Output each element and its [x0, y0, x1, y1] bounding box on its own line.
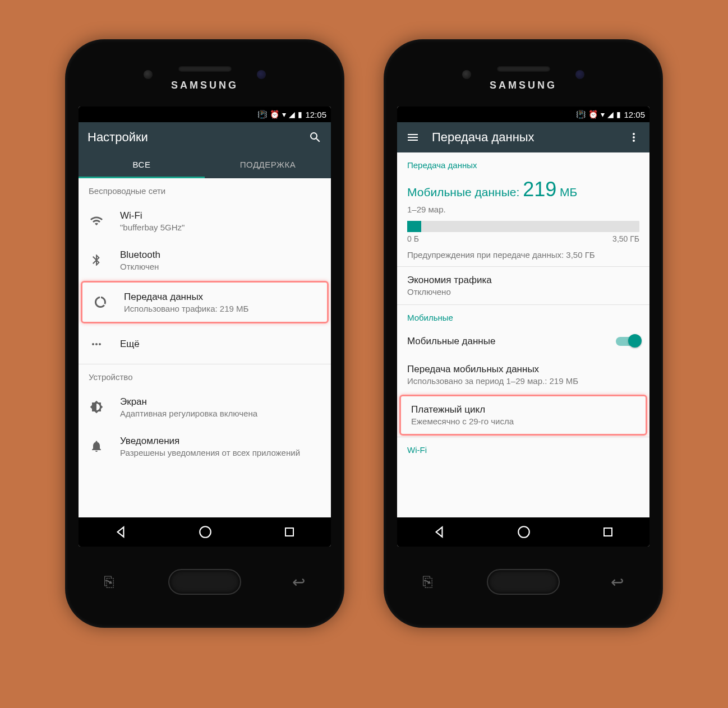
- section-device: Устройство: [79, 364, 331, 387]
- app-bar: Передача данных: [397, 122, 649, 152]
- row-mobile-usage[interactable]: Передача мобильных данных Использовано з…: [397, 356, 649, 394]
- phone-top: SAMSUNG: [395, 50, 652, 107]
- row-more[interactable]: Ещё: [79, 325, 331, 364]
- phone-right: SAMSUNG 📳 ⏰ ▾ ◢ ▮ 12:05 Передача данных …: [384, 39, 663, 628]
- nav-back-icon[interactable]: [432, 525, 446, 539]
- highlight-data-usage: Передача данных Использовано трафика: 21…: [81, 281, 329, 323]
- row-data-usage[interactable]: Передача данных Использовано трафика: 21…: [82, 283, 327, 322]
- wifi-label: Wi-Fi: [120, 210, 321, 221]
- data-saver-sub: Отключено: [407, 287, 639, 297]
- brand-label: SAMSUNG: [490, 80, 557, 91]
- camera-icon: [257, 70, 266, 79]
- tabs: ВСЕ ПОДДЕРЖКА: [79, 152, 331, 178]
- vibrate-icon: 📳: [257, 110, 267, 119]
- notifications-label: Уведомления: [120, 436, 321, 447]
- wifi-icon: ▾: [282, 110, 286, 119]
- mobile-data-label: Мобильные данные:: [407, 186, 523, 198]
- content-area[interactable]: Передача данных Мобильные данные: 219 МБ…: [397, 152, 649, 517]
- alarm-icon: ⏰: [270, 110, 279, 119]
- search-icon[interactable]: [308, 131, 322, 144]
- progress-max: 3,50 ГБ: [612, 234, 639, 243]
- svg-rect-1: [285, 528, 293, 536]
- overflow-icon[interactable]: [627, 131, 641, 144]
- screen: 📳 ⏰ ▾ ◢ ▮ 12:05 Настройки ВСЕ ПОДДЕРЖКА …: [79, 107, 331, 547]
- phone-bottom: ⎘ ↩: [395, 547, 652, 617]
- wifi-icon: ▾: [601, 110, 605, 119]
- data-warning: Предупреждения при передаче данных: 3,50…: [397, 246, 649, 266]
- notifications-sub: Разрешены уведомления от всех приложений: [120, 448, 321, 457]
- bluetooth-label: Bluetooth: [120, 249, 321, 261]
- row-billing-cycle[interactable]: Платежный цикл Ежемесячно с 29-го числа: [401, 396, 646, 434]
- display-sub: Адаптивная регулировка включена: [120, 409, 321, 418]
- signal-icon: ◢: [607, 110, 614, 119]
- row-data-saver[interactable]: Экономия трафика Отключено: [397, 267, 649, 304]
- nav-recent-icon[interactable]: [601, 525, 615, 539]
- content-area[interactable]: Беспроводные сети Wi-Fi "bufferbay 5GHz"…: [79, 178, 331, 517]
- display-icon: [89, 400, 104, 414]
- data-saver-label: Экономия трафика: [407, 275, 639, 286]
- recents-soft-icon[interactable]: ⎘: [423, 573, 432, 591]
- more-label: Ещё: [120, 339, 321, 350]
- row-mobile-toggle[interactable]: Мобильные данные: [397, 327, 649, 356]
- svg-point-0: [200, 526, 211, 538]
- row-display[interactable]: Экран Адаптивная регулировка включена: [79, 387, 331, 427]
- tab-all[interactable]: ВСЕ: [79, 152, 205, 178]
- billing-label: Платежный цикл: [411, 404, 635, 415]
- app-bar: Настройки: [79, 122, 331, 152]
- signal-icon: ◢: [289, 110, 295, 119]
- bluetooth-sub: Отключен: [120, 262, 321, 271]
- mobile-data-toggle[interactable]: [616, 337, 639, 346]
- mobile-usage-sub: Использовано за период 1–29 мар.: 219 МБ: [407, 376, 639, 386]
- phone-left: SAMSUNG 📳 ⏰ ▾ ◢ ▮ 12:05 Настройки ВСЕ ПО…: [65, 39, 344, 628]
- nav-bar: [397, 517, 649, 547]
- wifi-icon: [89, 214, 104, 228]
- sensor-icon: [144, 70, 153, 79]
- progress-bar: 0 Б 3,50 ГБ: [397, 215, 649, 246]
- section-mobile: Мобильные: [397, 305, 649, 327]
- notifications-icon: [89, 439, 104, 453]
- status-bar: 📳 ⏰ ▾ ◢ ▮ 12:05: [397, 107, 649, 122]
- bluetooth-icon: [89, 253, 104, 267]
- back-soft-icon[interactable]: ↩: [292, 572, 305, 591]
- nav-bar: [79, 517, 331, 547]
- vibrate-icon: 📳: [576, 110, 586, 119]
- alarm-icon: ⏰: [588, 110, 598, 119]
- nav-recent-icon[interactable]: [283, 525, 296, 539]
- section-data: Передача данных: [397, 152, 649, 174]
- sensor-icon: [462, 70, 471, 79]
- section-wireless: Беспроводные сети: [79, 178, 331, 201]
- svg-rect-3: [604, 528, 612, 536]
- mobile-data-value: 219: [523, 178, 556, 201]
- progress-min: 0 Б: [407, 234, 419, 243]
- data-usage-icon: [93, 295, 108, 309]
- nav-home-icon[interactable]: [198, 525, 213, 539]
- status-time: 12:05: [305, 110, 326, 119]
- recents-soft-icon[interactable]: ⎘: [104, 573, 114, 591]
- brand-label: SAMSUNG: [171, 80, 238, 91]
- home-button[interactable]: [168, 569, 241, 595]
- screen: 📳 ⏰ ▾ ◢ ▮ 12:05 Передача данных Передача…: [397, 107, 649, 547]
- home-button[interactable]: [487, 569, 560, 595]
- nav-home-icon[interactable]: [517, 525, 531, 539]
- nav-back-icon[interactable]: [113, 525, 128, 539]
- status-bar: 📳 ⏰ ▾ ◢ ▮ 12:05: [79, 107, 331, 122]
- menu-icon[interactable]: [406, 131, 420, 144]
- mobile-data-period: 1–29 мар.: [397, 203, 649, 215]
- camera-icon: [575, 70, 584, 79]
- row-notifications[interactable]: Уведомления Разрешены уведомления от все…: [79, 427, 331, 466]
- back-soft-icon[interactable]: ↩: [611, 572, 624, 591]
- battery-icon: ▮: [616, 110, 621, 119]
- row-wifi[interactable]: Wi-Fi "bufferbay 5GHz": [79, 201, 331, 240]
- wifi-sub: "bufferbay 5GHz": [120, 223, 321, 232]
- more-icon: [89, 337, 104, 351]
- page-title: Настройки: [87, 130, 296, 145]
- highlight-billing-cycle: Платежный цикл Ежемесячно с 29-го числа: [399, 395, 647, 436]
- data-usage-sub: Использовано трафика: 219 МБ: [124, 304, 317, 313]
- battery-icon: ▮: [298, 110, 302, 119]
- status-time: 12:05: [624, 110, 645, 119]
- speaker: [178, 66, 232, 72]
- phone-top: SAMSUNG: [76, 50, 333, 107]
- tab-support[interactable]: ПОДДЕРЖКА: [205, 152, 331, 178]
- mobile-data-unit: МБ: [556, 186, 577, 198]
- row-bluetooth[interactable]: Bluetooth Отключен: [79, 240, 331, 280]
